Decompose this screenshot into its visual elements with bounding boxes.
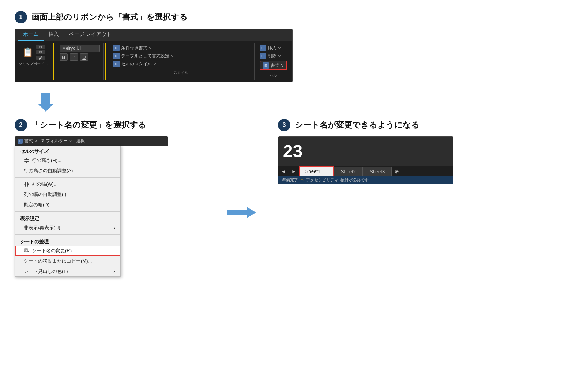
tab-home[interactable]: ホーム — [18, 29, 44, 41]
sheet-preview: 23 ◄ ► Sheet2 Sheet3 ⊕ 準備完 — [278, 136, 453, 184]
menu-item-move-copy-sheet[interactable]: シートの移動またはコピー(M)... — [15, 256, 120, 266]
arrow-down — [37, 93, 561, 112]
tab-page-layout[interactable]: ページ レイアウト — [64, 29, 117, 41]
menu-item-auto-row-height[interactable]: 行の高さの自動調整(A) — [15, 166, 120, 176]
arrow-right-between-steps — [227, 205, 256, 220]
styles-row-3: ⊞ セルのスタイル ∨ — [113, 61, 249, 67]
table-format-button[interactable]: ⊞ テーブルとして書式設定 ∨ — [113, 53, 174, 59]
menu-item-rename-sheet[interactable]: シート名の変更(R) — [15, 246, 120, 256]
font-name-row: Meiryo UI — [60, 45, 100, 52]
ribbon-tabs: ホーム 挿入 ページ レイアウト — [15, 29, 292, 41]
format-icon: ⊞ — [263, 62, 269, 69]
ribbon-container: ホーム 挿入 ページ レイアウト 📋 ✂ ⧉ 🖌 クリップボード ⌄ — [15, 29, 293, 82]
sheet-nav-prev[interactable]: ◄ — [278, 167, 289, 176]
menu-section-cell-size: セルのサイズ — [15, 146, 120, 155]
ribbon-clipboard-group: 📋 ✂ ⧉ 🖌 クリップボード ⌄ — [15, 43, 52, 80]
clipboard-label: クリップボード ⌄ — [19, 61, 48, 67]
svg-rect-9 — [24, 249, 28, 252]
sheet-add-button[interactable]: ⊕ — [392, 167, 402, 176]
menu-item-tab-color[interactable]: シート見出しの色(T) — [15, 266, 120, 276]
context-menu-wrapper: ⊞ 書式 ∨ ∇ フィルター ∨ 選択 セルのサイズ — [15, 136, 168, 277]
sheet-col-b — [315, 137, 361, 166]
steps-row: 2 「シート名の変更」を選択する ⊞ 書式 ∨ ∇ フィルター ∨ 選択 セルの — [15, 119, 561, 277]
sheet-name-input[interactable] — [305, 169, 327, 174]
format-painter-icon[interactable]: 🖌 — [36, 56, 45, 60]
sheet-tab-2[interactable]: Sheet2 — [334, 167, 363, 176]
accessibility-warning-icon: ⚠ — [300, 178, 304, 182]
table-format-icon: ⊞ — [113, 53, 120, 59]
font-style-row: B I U — [60, 53, 100, 61]
context-menu: セルのサイズ 行の高さ(H)... 行の高さの自動調整(A) — [15, 146, 121, 277]
sheet-number: 23 — [283, 141, 302, 161]
svg-marker-0 — [38, 93, 53, 112]
svg-rect-6 — [27, 182, 28, 187]
topbar-filter-button[interactable]: ∇ フィルター ∨ — [41, 138, 72, 144]
ribbon-styles-group: ⊞ 条件付き書式 ∨ ⊞ テーブルとして書式設定 ∨ ⊞ セルのスタイル ∨ — [108, 43, 255, 80]
menu-item-col-width[interactable]: 列の幅(W)... — [15, 179, 120, 189]
sheet-tab-3[interactable]: Sheet3 — [363, 167, 392, 176]
topbar-format-button[interactable]: ⊞ 書式 ∨ — [18, 138, 38, 144]
menu-item-default-width[interactable]: 既定の幅(D)... — [15, 200, 120, 210]
delete-button[interactable]: ⊞ 削除 ∨ — [260, 53, 287, 59]
step2-title: 「シート名の変更」を選択する — [31, 120, 146, 131]
col-width-icon — [24, 181, 30, 187]
menu-divider-3 — [15, 234, 120, 235]
step3-title: シート名が変更できるようになる — [295, 120, 419, 131]
styles-row-2: ⊞ テーブルとして書式設定 ∨ — [113, 53, 249, 59]
underline-button[interactable]: U — [80, 53, 88, 61]
paste-icon[interactable]: 📋 — [22, 45, 34, 59]
topbar-select-button[interactable]: 選択 — [76, 138, 85, 144]
delete-icon: ⊞ — [260, 53, 266, 59]
styles-row-1: ⊞ 条件付き書式 ∨ — [113, 45, 249, 51]
svg-marker-7 — [24, 183, 25, 185]
font-name-select[interactable]: Meiryo UI — [60, 45, 100, 52]
cell-styles-icon: ⊞ — [113, 61, 120, 67]
ribbon-body: 📋 ✂ ⧉ 🖌 クリップボード ⌄ Meiryo UI — [15, 41, 292, 82]
svg-marker-4 — [26, 162, 28, 163]
scissors-icon[interactable]: ✂ — [36, 45, 45, 49]
svg-marker-12 — [227, 207, 256, 218]
copy-icon[interactable]: ⧉ — [36, 50, 45, 54]
conditional-format-button[interactable]: ⊞ 条件付き書式 ∨ — [113, 45, 152, 51]
insert-icon: ⊞ — [260, 45, 266, 51]
svg-rect-5 — [25, 182, 26, 187]
menu-divider-2 — [15, 211, 120, 212]
cell-styles-button[interactable]: ⊞ セルのスタイル ∨ — [113, 61, 157, 67]
step2-header: 2 「シート名の変更」を選択する — [15, 119, 205, 131]
step1-badge: 1 — [15, 11, 27, 23]
insert-button[interactable]: ⊞ 挿入 ∨ — [260, 45, 287, 51]
small-icons: ✂ ⧉ 🖌 — [36, 45, 45, 60]
accessibility-status: アクセシビリティ: 検討が必要です — [306, 177, 369, 183]
step1-title: 画面上部のリボンから「書式」を選択する — [31, 12, 188, 23]
sheet-col-c — [361, 137, 407, 166]
sheet-tab-1[interactable] — [299, 166, 334, 176]
sheet-col-d — [407, 137, 453, 166]
step3-badge: 3 — [278, 119, 290, 131]
clipboard-chevron-icon: ⌄ — [45, 62, 48, 66]
sheet-cell-row: 23 — [278, 137, 453, 166]
svg-rect-2 — [24, 161, 29, 162]
sheet-cell-area: 23 — [278, 137, 453, 166]
step3-section: 3 シート名が変更できるようになる 23 ◄ ► — [278, 119, 468, 184]
menu-item-row-height[interactable]: 行の高さ(H)... — [15, 155, 120, 166]
format-button[interactable]: ⊞ 書式 ∨ — [260, 61, 287, 70]
sheet-nav-next[interactable]: ► — [289, 167, 299, 176]
menu-item-auto-col-width[interactable]: 列の幅の自動調整(I) — [15, 189, 120, 200]
topbar-format-icon: ⊞ — [18, 139, 23, 144]
menu-section-sheets: シートの整理 — [15, 236, 120, 246]
italic-button[interactable]: I — [70, 53, 78, 61]
menu-divider-1 — [15, 177, 120, 178]
step1-section: 1 画面上部のリボンから「書式」を選択する ホーム 挿入 ページ レイアウト 📋… — [15, 11, 561, 82]
step2-section: 2 「シート名の変更」を選択する ⊞ 書式 ∨ ∇ フィルター ∨ 選択 セルの — [15, 119, 205, 277]
tab-insert[interactable]: 挿入 — [44, 29, 64, 41]
svg-marker-8 — [28, 183, 29, 185]
bold-button[interactable]: B — [60, 53, 68, 61]
menu-item-hide-show[interactable]: 非表示/再表示(U) — [15, 223, 120, 233]
cells-label: セル — [260, 73, 287, 78]
sheet-status-bar: 準備完了 ⚠ アクセシビリティ: 検討が必要です — [278, 176, 453, 184]
row-height-icon — [24, 158, 30, 163]
step2-badge: 2 — [15, 119, 27, 131]
styles-label: スタイル — [113, 70, 249, 75]
ribbon-font-group: Meiryo UI B I U — [56, 43, 104, 80]
sheet-tab-bar: ◄ ► Sheet2 Sheet3 ⊕ — [278, 166, 453, 176]
